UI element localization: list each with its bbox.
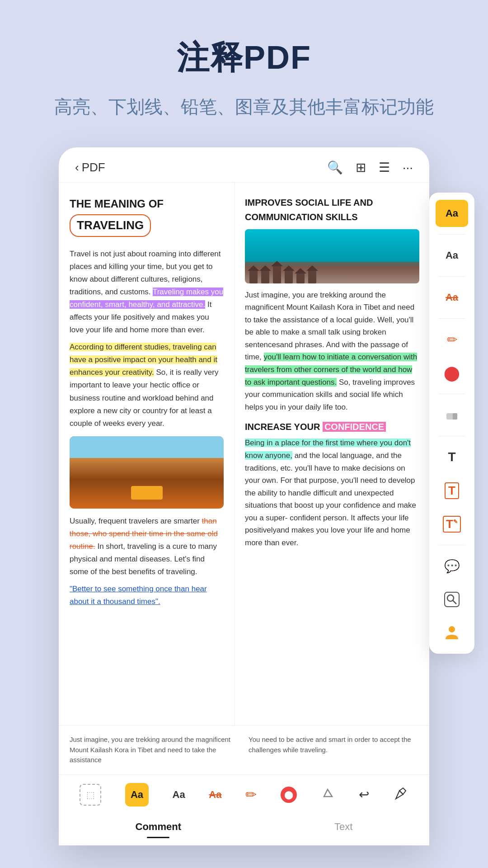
more-icon[interactable]: ··· xyxy=(403,160,413,175)
page-title: 注释PDF xyxy=(177,36,311,80)
right-paragraph-2: Being in a place for the first time wher… xyxy=(245,437,419,549)
svg-point-5 xyxy=(449,626,455,632)
panel-highlight-aa[interactable]: Aa xyxy=(436,200,468,227)
panel-normal-aa[interactable]: Aa xyxy=(436,242,468,269)
right-column: IMPROVES SOCIAL LIFE AND COMMUNICATION S… xyxy=(235,183,429,725)
normal-aa-tool[interactable]: Aa xyxy=(173,789,185,801)
svg-rect-2 xyxy=(445,592,459,607)
person-stamp-icon xyxy=(444,625,460,641)
svg-point-3 xyxy=(447,595,454,601)
eraser-icon xyxy=(445,408,459,422)
back-label: PDF xyxy=(82,160,105,175)
right-paragraph-1: Just imagine, you are trekking around th… xyxy=(245,289,419,413)
svg-line-4 xyxy=(453,600,456,604)
circle-tool-icon: ⬤ xyxy=(284,790,293,800)
bottom-toolbar: ⬚ Aa Aa Aa ✏ ⬤ ↩ xyxy=(59,774,429,815)
eraser-tool-icon xyxy=(320,787,335,801)
strikethrough-aa-tool[interactable]: Aa xyxy=(209,789,221,801)
undo-tool[interactable]: ↩ xyxy=(359,787,369,802)
highlight-aa-label: Aa xyxy=(131,789,143,801)
page-subtitle: 高亮、下划线、铅笔、图章及其他丰富标记功能 xyxy=(18,93,470,120)
list-icon[interactable]: ☰ xyxy=(379,160,390,175)
text-annotated-icon: T✎ xyxy=(443,516,461,533)
search-stamp-icon xyxy=(444,591,460,608)
pencil-tool-icon: ✏ xyxy=(245,787,257,802)
highlight-aa-tool[interactable]: Aa xyxy=(125,783,149,807)
left-paragraph-3: Usually, frequent travelers are smarter … xyxy=(70,515,224,578)
traveling-circle: TRAVELING xyxy=(70,214,151,237)
panel-divider-3 xyxy=(438,318,465,319)
svg-marker-6 xyxy=(324,789,332,797)
van-illustration xyxy=(131,486,163,500)
tab-comment[interactable]: Comment xyxy=(117,817,199,836)
left-paragraph-1: Travel is not just about roaming into di… xyxy=(70,248,224,336)
strikethrough-aa-icon: Aa xyxy=(446,292,458,303)
panel-person-stamp[interactable] xyxy=(436,619,468,646)
annotation-panel: Aa Aa Aa ✏ ⬤ T xyxy=(429,193,474,654)
panel-divider-4 xyxy=(438,394,465,394)
quote-text: "Better to see something once than hear … xyxy=(70,585,207,606)
article-title-line1: THE MEANING OF xyxy=(70,195,224,212)
panel-divider-2 xyxy=(438,276,465,277)
bottom-left-text: Just imagine, you are trekking around th… xyxy=(70,735,239,765)
right-image xyxy=(245,229,419,283)
panel-pencil[interactable]: ✏ xyxy=(436,326,468,353)
text-plain-icon: T xyxy=(448,450,455,464)
panel-eraser[interactable] xyxy=(436,401,468,429)
tab-text[interactable]: Text xyxy=(316,817,371,836)
strikethrough-aa-label: Aa xyxy=(209,789,221,800)
back-arrow: ‹ xyxy=(75,160,79,175)
pencil-tool[interactable]: ✏ xyxy=(245,787,257,802)
panel-comment[interactable]: 💬 xyxy=(436,552,468,580)
panel-text-annotated[interactable]: T✎ xyxy=(436,510,468,538)
panel-divider-6 xyxy=(438,545,465,545)
pen-tool[interactable] xyxy=(393,786,408,803)
left-quote: "Better to see something once than hear … xyxy=(70,583,224,608)
search-icon[interactable]: 🔍 xyxy=(327,160,343,175)
content-area: THE MEANING OF TRAVELING Travel is not j… xyxy=(59,183,429,725)
panel-text-bordered[interactable]: T xyxy=(436,477,468,504)
left-image xyxy=(70,436,224,509)
header-icons: 🔍 ⊞ ☰ ··· xyxy=(327,160,413,175)
confidence-heading: INCREASE YOUR CONFIDENCE xyxy=(245,420,419,434)
tab-bar: Comment Text xyxy=(59,815,429,845)
grid-icon[interactable]: ⊞ xyxy=(356,160,366,175)
panel-strikethrough-aa[interactable]: Aa xyxy=(436,284,468,311)
pencil-icon: ✏ xyxy=(447,332,457,347)
bottom-strip: Just imagine, you are trekking around th… xyxy=(59,725,429,774)
panel-divider-5 xyxy=(438,436,465,436)
normal-aa-label: Aa xyxy=(173,789,185,800)
circle-tool[interactable]: ⬤ xyxy=(281,787,297,803)
svg-rect-1 xyxy=(453,413,457,420)
panel-divider-1 xyxy=(438,234,465,235)
left-column: THE MEANING OF TRAVELING Travel is not j… xyxy=(59,183,235,725)
phone-mockup: Aa Aa Aa ✏ ⬤ T xyxy=(59,147,429,845)
phone-header: ‹ PDF 🔍 ⊞ ☰ ··· xyxy=(59,147,429,183)
pen-tool-icon xyxy=(393,786,408,802)
highlight-aa-icon: Aa xyxy=(446,208,458,219)
normal-aa-icon: Aa xyxy=(446,250,458,261)
select-icon: ⬚ xyxy=(86,789,95,800)
undo-icon: ↩ xyxy=(359,788,369,802)
text-bordered-icon: T xyxy=(445,482,459,499)
circle-stamp-icon: ⬤ xyxy=(444,364,460,382)
confidence-highlight: CONFIDENCE xyxy=(323,422,386,432)
eraser-tool[interactable] xyxy=(320,787,335,803)
panel-search-stamp[interactable] xyxy=(436,586,468,613)
panel-text-plain[interactable]: T xyxy=(436,443,468,471)
select-tool[interactable]: ⬚ xyxy=(80,784,101,806)
panel-circle-stamp[interactable]: ⬤ xyxy=(436,359,468,387)
comment-icon: 💬 xyxy=(444,559,460,574)
bottom-right-text: You need to be active and smart in order… xyxy=(249,735,418,765)
back-button[interactable]: ‹ PDF xyxy=(75,160,105,175)
left-paragraph-2: According to different studies, travelin… xyxy=(70,341,224,429)
right-title: IMPROVES SOCIAL LIFE AND COMMUNICATION S… xyxy=(245,195,419,225)
